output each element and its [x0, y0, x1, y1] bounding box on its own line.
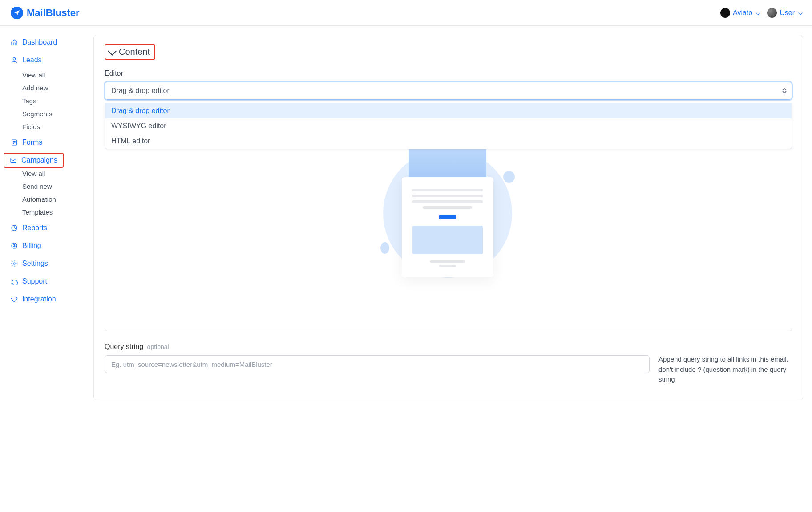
topbar-right: Aviato User: [720, 8, 801, 18]
editor-option-html[interactable]: HTML editor: [105, 134, 792, 149]
sidebar-item-billing[interactable]: Billing: [5, 238, 88, 253]
sidebar-sub-campaigns-automation[interactable]: Automation: [5, 194, 88, 205]
section-title: Content: [119, 47, 150, 57]
sidebar: Dashboard Leads View all Add new Tags Se…: [0, 26, 93, 409]
query-string-hint: Append query string to all links in this…: [658, 343, 792, 385]
editor-select-wrap: Drag & drop editor Drag & drop editor WY…: [105, 82, 792, 100]
chat-icon: [11, 278, 18, 285]
paper-plane-icon: [11, 7, 23, 19]
main-content: Content Editor Drag & drop editor Drag &…: [93, 26, 812, 409]
editor-label: Editor: [105, 69, 792, 77]
editor-option-drag-drop[interactable]: Drag & drop editor: [105, 103, 792, 118]
sidebar-sub-campaigns-sendnew[interactable]: Send new: [5, 181, 88, 192]
sidebar-item-integration[interactable]: Integration: [5, 292, 88, 307]
select-caret-icon: [782, 88, 787, 93]
user-avatar-icon: [767, 8, 777, 18]
sidebar-sub-leads-viewall[interactable]: View all: [5, 69, 88, 81]
form-icon: [11, 139, 18, 146]
editor-option-wysiwyg[interactable]: WYSIWYG editor: [105, 118, 792, 134]
sidebar-item-dashboard[interactable]: Dashboard: [5, 35, 88, 50]
user-icon: [11, 57, 18, 64]
editor-select[interactable]: Drag & drop editor: [105, 82, 792, 100]
query-string-input[interactable]: [105, 355, 650, 373]
dollar-icon: [11, 242, 18, 249]
sidebar-item-reports[interactable]: Reports: [5, 220, 88, 236]
highlight-campaigns: Campaigns: [4, 153, 64, 168]
sidebar-label: Leads: [22, 56, 42, 64]
sidebar-label: Campaigns: [21, 156, 57, 164]
user-menu[interactable]: User: [767, 8, 801, 18]
home-icon: [11, 39, 18, 46]
editor-dropdown: Drag & drop editor WYSIWYG editor HTML e…: [105, 103, 792, 149]
org-switcher[interactable]: Aviato: [720, 8, 759, 18]
diamond-icon: [11, 296, 18, 303]
editor-select-value: Drag & drop editor: [111, 87, 170, 95]
sidebar-label: Support: [22, 277, 47, 285]
sidebar-label: Settings: [22, 260, 48, 268]
sidebar-sub-leads-segments[interactable]: Segments: [5, 108, 88, 119]
sidebar-label: Billing: [22, 242, 41, 250]
sidebar-item-support[interactable]: Support: [5, 274, 88, 289]
chevron-down-icon: [797, 9, 801, 17]
sidebar-item-campaigns[interactable]: Campaigns: [6, 154, 61, 166]
query-string-label: Query string optional: [105, 343, 650, 351]
svg-point-0: [13, 58, 15, 60]
sidebar-label: Dashboard: [22, 38, 57, 46]
sidebar-label: Reports: [22, 224, 47, 232]
sidebar-label: Integration: [22, 295, 56, 303]
svg-point-5: [13, 263, 15, 264]
query-string-row: Query string optional Append query strin…: [105, 343, 792, 385]
org-avatar-icon: [720, 8, 730, 18]
content-section-header[interactable]: Content: [105, 44, 155, 60]
brand-logo[interactable]: MailBluster: [11, 7, 80, 19]
sidebar-sub-campaigns-viewall[interactable]: View all: [5, 168, 88, 179]
chevron-down-icon: [108, 46, 117, 55]
sidebar-label: Forms: [22, 138, 42, 146]
chevron-down-icon: [755, 9, 759, 17]
chart-icon: [11, 224, 18, 232]
user-label: User: [780, 9, 795, 17]
email-preview-illustration: [380, 131, 517, 300]
content-card: Content Editor Drag & drop editor Drag &…: [93, 35, 803, 400]
qs-label-text: Query string: [105, 343, 143, 350]
sidebar-sub-campaigns-templates[interactable]: Templates: [5, 207, 88, 218]
sidebar-sub-leads-tags[interactable]: Tags: [5, 95, 88, 106]
gear-icon: [11, 260, 18, 267]
org-label: Aviato: [733, 9, 752, 17]
qs-optional-text: optional: [147, 343, 169, 350]
sidebar-item-leads[interactable]: Leads: [5, 53, 88, 68]
sidebar-item-settings[interactable]: Settings: [5, 256, 88, 271]
brand-name: MailBluster: [27, 7, 80, 19]
topbar: MailBluster Aviato User: [0, 0, 812, 26]
sidebar-sub-leads-fields[interactable]: Fields: [5, 121, 88, 132]
sidebar-sub-leads-addnew[interactable]: Add new: [5, 82, 88, 93]
sidebar-item-forms[interactable]: Forms: [5, 135, 88, 150]
envelope-icon: [10, 157, 17, 164]
